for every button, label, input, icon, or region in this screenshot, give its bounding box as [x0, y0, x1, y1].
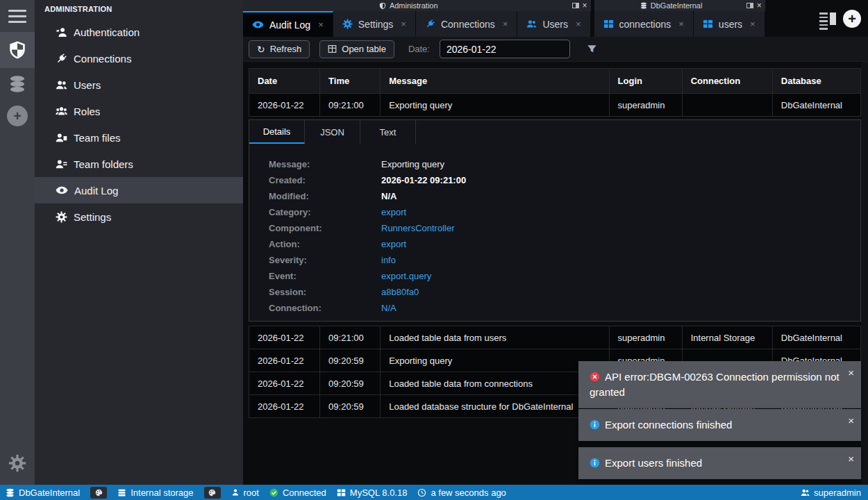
tab-settings[interactable]: Settings ×	[333, 11, 416, 37]
split-tab-icon[interactable]	[746, 3, 753, 8]
tab-users[interactable]: Users ×	[517, 11, 590, 37]
statusbar-storage-label: Internal storage	[131, 488, 193, 498]
statusbar-connection-status: Connected	[269, 488, 326, 498]
field-value-link[interactable]: export	[381, 207, 406, 217]
close-group-icon[interactable]: ×	[583, 1, 587, 10]
close-tab-icon[interactable]: ×	[503, 19, 508, 29]
field-label: Session:	[269, 287, 381, 297]
close-icon[interactable]: ×	[848, 451, 854, 467]
admin-shield-button[interactable]	[0, 32, 35, 68]
administration-panel: ADMINISTRATION Authentication Connection…	[35, 0, 243, 485]
field-value-link[interactable]: info	[381, 255, 396, 265]
team-folders-icon	[56, 158, 67, 170]
statusbar-engine: MySQL 8.0.18	[337, 488, 408, 498]
toast-error[interactable]: × API error:DBGM-00263 Connection permis…	[578, 361, 861, 408]
tab-table-users[interactable]: users ×	[694, 11, 765, 37]
sidebar-item-roles[interactable]: Roles	[35, 98, 243, 124]
close-icon[interactable]: ×	[848, 413, 854, 428]
statusbar-database[interactable]: DbGateInternal	[6, 488, 80, 498]
field-label: Message:	[269, 159, 381, 169]
settings-strip-button[interactable]	[0, 447, 35, 479]
close-icon[interactable]: ×	[848, 365, 854, 381]
field-label: Created:	[269, 175, 381, 185]
database-color-button[interactable]	[90, 487, 107, 499]
tab-table-connections[interactable]: connections ×	[594, 11, 694, 37]
detail-tab-text[interactable]: Text	[360, 120, 416, 144]
field-value-link[interactable]: N/A	[381, 303, 397, 313]
widget-list-icon[interactable]	[819, 12, 836, 26]
tab-connections[interactable]: Connections ×	[416, 11, 517, 37]
close-tab-icon[interactable]: ×	[750, 19, 756, 29]
main-area: Administration × Audit Log × Settings	[243, 0, 868, 485]
date-input[interactable]	[440, 40, 570, 58]
close-tab-icon[interactable]: ×	[576, 19, 581, 29]
sidebar-item-team-files[interactable]: Team files	[35, 124, 243, 151]
field-value: N/A	[381, 191, 397, 201]
open-table-button[interactable]: Open table	[319, 40, 394, 58]
storage-color-button[interactable]	[204, 487, 221, 499]
sidebar-item-settings[interactable]: Settings	[35, 203, 243, 230]
gear-icon	[8, 454, 26, 472]
close-tab-icon[interactable]: ×	[318, 19, 324, 30]
close-group-icon[interactable]: ×	[757, 1, 762, 10]
audit-row[interactable]: 2026-01-22 09:21:00 Loaded table data fr…	[249, 326, 861, 349]
sidebar-item-team-folders[interactable]: Team folders	[35, 151, 243, 177]
field-label: Event:	[269, 271, 381, 281]
detail-tab-json[interactable]: JSON	[305, 120, 360, 144]
menu-button[interactable]	[0, 0, 35, 32]
add-connection-button[interactable]: +	[0, 100, 35, 132]
scrollbar[interactable]	[861, 62, 868, 485]
field-value-link[interactable]: a8b80fa0	[381, 287, 419, 297]
plus-circle-icon: +	[7, 106, 28, 126]
statusbar-storage[interactable]: Internal storage	[117, 488, 193, 498]
field-label: Severity:	[269, 255, 381, 265]
field-value-link[interactable]: export.query	[381, 271, 431, 281]
audit-row-selected[interactable]: 2026-01-22 09:21:00 Exporting query supe…	[249, 94, 861, 117]
sidebar-item-authentication[interactable]: Authentication	[35, 19, 243, 45]
filter-icon[interactable]	[587, 44, 597, 54]
new-tab-button[interactable]: +	[843, 10, 861, 28]
cell-time: 09:20:59	[320, 372, 381, 395]
detail-tab-details[interactable]: Details	[249, 120, 305, 144]
cell-time: 09:20:59	[320, 349, 381, 372]
tab-group-header: Administration ×	[243, 0, 591, 11]
field-value-link[interactable]: export	[381, 239, 406, 249]
left-icon-strip: +	[0, 0, 35, 485]
cell-time: 09:21:00	[320, 94, 381, 117]
close-tab-icon[interactable]: ×	[401, 19, 406, 29]
column-header[interactable]: Date	[249, 69, 320, 94]
roles-icon	[56, 106, 67, 117]
tab-label: Audit Log	[269, 19, 310, 31]
table-header-row: Date Time Message Login Connection Datab…	[249, 69, 861, 94]
column-header[interactable]: Time	[320, 69, 381, 94]
tab-label: users	[719, 19, 742, 30]
column-header[interactable]: Message	[381, 69, 609, 94]
cell-date: 2026-01-22	[249, 372, 320, 395]
table-icon	[703, 19, 713, 29]
sidebar-item-users[interactable]: Users	[35, 72, 243, 98]
statusbar-refreshed: a few seconds ago	[417, 488, 506, 498]
tab-label: Users	[542, 19, 568, 30]
tab-audit-log[interactable]: Audit Log ×	[243, 11, 333, 37]
databases-button[interactable]	[0, 68, 35, 100]
users-icon	[56, 79, 67, 91]
refresh-button[interactable]: ↻ Refresh	[249, 40, 310, 58]
field-value-link[interactable]: RunnersController	[381, 223, 455, 233]
sidebar-item-audit-log[interactable]: Audit Log	[35, 177, 243, 203]
gear-icon	[56, 211, 67, 223]
toast-info-connections[interactable]: × Export connections finished	[578, 409, 861, 441]
field-value: Exporting query	[381, 159, 444, 169]
split-tab-icon[interactable]	[572, 3, 579, 8]
cell-time: 09:20:59	[320, 395, 381, 418]
tab-bar: Administration × Audit Log × Settings	[243, 0, 868, 37]
column-header[interactable]: Connection	[682, 69, 772, 94]
tab-group-dbgateinternal: DbGateInternal × connections × users	[594, 0, 765, 37]
clock-icon	[417, 488, 426, 497]
column-header[interactable]: Login	[609, 69, 682, 94]
database-icon	[640, 2, 647, 9]
toast-info-users[interactable]: × Export users finished	[578, 447, 861, 479]
tab-group-title: Administration	[390, 1, 438, 10]
sidebar-item-connections[interactable]: Connections	[35, 45, 243, 72]
column-header[interactable]: Database	[772, 69, 860, 94]
close-tab-icon[interactable]: ×	[678, 19, 684, 29]
